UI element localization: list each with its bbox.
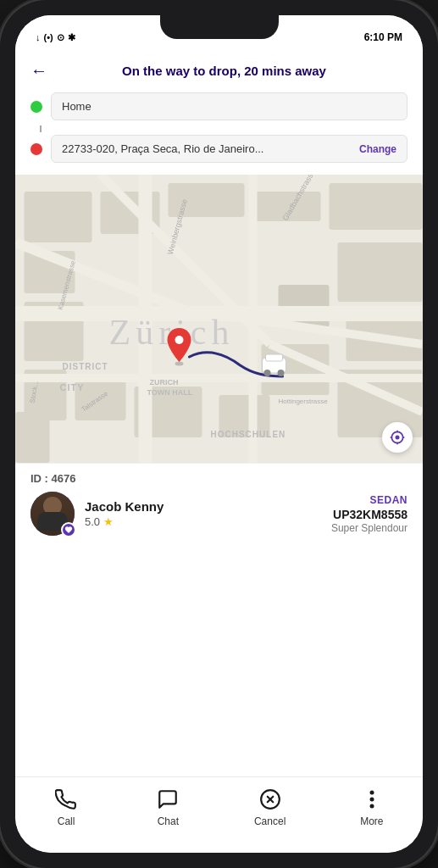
wifi-icon: (•): [44, 32, 53, 42]
destination-input[interactable]: 22733-020, Praça Seca, Rio de Janeiro...…: [51, 135, 408, 163]
page-title: On the way to drop, 20 mins away: [58, 64, 391, 78]
cancel-label: Cancel: [254, 815, 286, 827]
status-time: 6:10 PM: [364, 31, 402, 43]
svg-rect-12: [330, 183, 423, 230]
ride-info: ID : 4676: [15, 463, 423, 542]
id-value: 4676: [52, 472, 76, 485]
notch: [160, 15, 279, 39]
call-icon: [54, 787, 78, 811]
phone-screen: ↓ (•) ⊙ ✱ 6:10 PM ← On the way to drop, …: [15, 15, 423, 853]
vehicle-type: SEDAN: [331, 494, 408, 506]
content-area: ← On the way to drop, 20 mins away Home: [15, 53, 423, 776]
driver-rating: 5.0 ★: [85, 515, 164, 528]
location-button[interactable]: [382, 422, 413, 453]
status-left-icons: ↓ (•) ⊙ ✱: [36, 32, 75, 43]
route-inputs: Home 22733-020, Praça Seca, Rio de Janei…: [15, 89, 423, 175]
driver-details: Jacob Kenny 5.0 ★: [85, 499, 164, 528]
driver-name: Jacob Kenny: [85, 499, 164, 514]
driver-left: Jacob Kenny 5.0 ★: [30, 492, 164, 536]
avatar-container: [30, 492, 75, 536]
map-container[interactable]: Weinbergstrasse Gladbachstrasse Kasemens…: [15, 175, 423, 463]
svg-rect-42: [266, 354, 283, 361]
chat-label: Chat: [158, 815, 179, 827]
svg-text:CITY: CITY: [60, 382, 85, 392]
bottom-nav: Call Chat: [15, 776, 423, 853]
origin-input[interactable]: Home: [51, 92, 408, 120]
destination-text: 22733-020, Praça Seca, Rio de Janeiro...: [62, 142, 263, 155]
svg-rect-8: [16, 412, 50, 463]
origin-row: Home: [30, 92, 408, 120]
svg-point-39: [175, 362, 184, 366]
vehicle-model: Super Splendour: [331, 522, 408, 534]
more-nav-item[interactable]: More: [321, 787, 423, 827]
origin-dot: [30, 101, 42, 113]
change-link[interactable]: Change: [359, 143, 396, 155]
svg-point-55: [369, 798, 374, 802]
chat-nav-item[interactable]: Chat: [117, 787, 219, 827]
star-icon: ★: [103, 515, 114, 528]
call-label: Call: [58, 815, 75, 827]
svg-rect-13: [338, 242, 423, 302]
heart-badge: [61, 522, 76, 537]
header: ← On the way to drop, 20 mins away: [15, 53, 423, 89]
svg-text:ZURICH: ZURICH: [150, 378, 179, 387]
location-icon-status: ⊙: [57, 32, 64, 43]
vehicle-plate: UP32KM8558: [331, 508, 408, 521]
phone-frame: ↓ (•) ⊙ ✱ 6:10 PM ← On the way to drop, …: [0, 0, 438, 868]
back-button[interactable]: ←: [30, 61, 47, 81]
svg-point-40: [175, 336, 184, 344]
id-label: ID :: [30, 472, 52, 485]
ride-id: ID : 4676: [30, 472, 408, 485]
more-label: More: [360, 815, 383, 827]
svg-point-56: [369, 804, 374, 809]
more-icon: [360, 787, 384, 811]
svg-text:Hottingerstrasse: Hottingerstrasse: [279, 398, 329, 405]
svg-point-44: [278, 370, 285, 376]
cancel-nav-item[interactable]: Cancel: [219, 787, 321, 827]
svg-text:DISTRICT: DISTRICT: [63, 362, 108, 371]
destination-row: 22733-020, Praça Seca, Rio de Janeiro...…: [30, 135, 408, 163]
chat-icon: [156, 787, 180, 811]
cancel-icon: [258, 787, 282, 811]
origin-text: Home: [62, 100, 91, 113]
rating-value: 5.0: [85, 515, 100, 528]
svg-point-43: [264, 370, 271, 376]
svg-text:TOWN HALL: TOWN HALL: [147, 388, 193, 397]
signal-icon: ↓: [36, 32, 41, 42]
destination-dot: [30, 143, 42, 155]
svg-rect-2: [25, 192, 92, 242]
bluetooth-icon: ✱: [68, 32, 75, 43]
driver-right: SEDAN UP32KM8558 Super Splendour: [331, 494, 408, 534]
svg-point-54: [369, 791, 374, 795]
call-nav-item[interactable]: Call: [15, 787, 117, 827]
svg-point-46: [396, 436, 400, 440]
svg-text:HOCHSCHULEN: HOCHSCHULEN: [211, 430, 286, 439]
driver-row: Jacob Kenny 5.0 ★ SEDAN UP32KM8558 Super…: [30, 492, 408, 536]
